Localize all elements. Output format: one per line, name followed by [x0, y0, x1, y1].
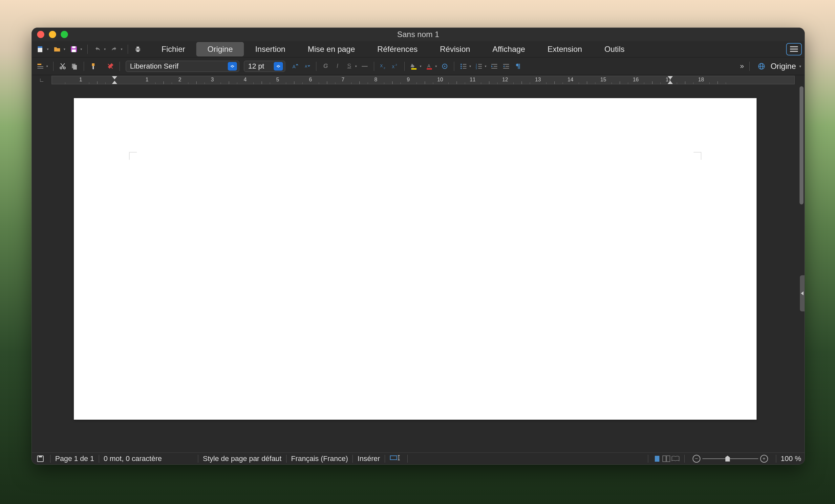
undo-icon[interactable]: [91, 43, 103, 55]
character-settings-icon[interactable]: [440, 61, 450, 71]
numbered-list-dropdown[interactable]: ▾: [485, 64, 486, 68]
italic-icon[interactable]: I: [332, 61, 343, 71]
highlight-color-dropdown[interactable]: ▾: [420, 64, 422, 68]
menu-tab-affichage[interactable]: Affichage: [481, 42, 536, 57]
menu-tab-insertion[interactable]: Insertion: [244, 42, 297, 57]
cut-icon[interactable]: [57, 61, 68, 71]
redo-dropdown[interactable]: ▾: [121, 47, 122, 51]
svg-text:A: A: [427, 63, 431, 68]
svg-rect-6: [137, 47, 139, 48]
clone-formatting-icon[interactable]: [88, 61, 99, 71]
save-status-icon[interactable]: [35, 454, 46, 464]
paragraph-style-icon[interactable]: [35, 61, 46, 71]
zoom-slider-track[interactable]: [702, 458, 758, 459]
underline-icon[interactable]: S: [344, 61, 354, 71]
open-document-dropdown[interactable]: ▾: [64, 47, 65, 51]
svg-rect-31: [463, 66, 466, 67]
menu-tab-fichier[interactable]: Fichier: [150, 42, 196, 57]
bullet-list-icon[interactable]: [458, 61, 469, 71]
toolbar-overflow-icon[interactable]: »: [740, 62, 742, 70]
svg-point-27: [444, 66, 445, 67]
hamburger-menu-icon[interactable]: [786, 43, 802, 56]
print-icon[interactable]: [132, 43, 144, 55]
insert-mode-status[interactable]: Insérer: [358, 455, 380, 463]
copy-icon[interactable]: [69, 61, 80, 71]
separator: [374, 62, 374, 71]
save-document-icon[interactable]: [68, 43, 80, 55]
window-close-button[interactable]: [37, 31, 44, 38]
document-page[interactable]: [74, 98, 757, 420]
highlight-color-icon[interactable]: [409, 61, 419, 71]
increase-font-icon[interactable]: A: [290, 61, 300, 71]
svg-rect-8: [37, 64, 41, 65]
origin-dropdown[interactable]: Origine ▾: [771, 62, 801, 71]
vertical-scrollbar-thumb[interactable]: [799, 86, 803, 205]
ruler-number: 8: [374, 77, 378, 83]
first-line-indent-marker[interactable]: [112, 76, 117, 79]
zoom-out-icon[interactable]: −: [693, 455, 700, 463]
ruler-number: 9: [407, 77, 410, 83]
page-style-status[interactable]: Style de page par défaut: [203, 455, 282, 463]
svg-text:3: 3: [475, 67, 477, 70]
window-maximize-button[interactable]: [61, 31, 68, 38]
document-scroll[interactable]: [32, 85, 798, 453]
superscript-icon[interactable]: X2: [390, 61, 401, 71]
vertical-scrollbar[interactable]: [798, 85, 805, 453]
decrease-font-icon[interactable]: A: [302, 61, 312, 71]
book-view-icon[interactable]: [671, 455, 680, 463]
ruler-number: 10: [437, 77, 443, 83]
font-size-dropdown-icon[interactable]: [274, 62, 283, 70]
font-name-select[interactable]: Liberation Serif: [126, 61, 239, 72]
bullet-list-dropdown[interactable]: ▾: [469, 64, 471, 68]
ruler-number: 4: [244, 77, 247, 83]
bold-icon[interactable]: G: [320, 61, 331, 71]
non-printing-chars-icon[interactable]: [513, 61, 523, 71]
clear-formatting-icon[interactable]: [105, 61, 116, 71]
single-page-view-icon[interactable]: [653, 455, 661, 463]
decrease-indent-icon[interactable]: [501, 61, 511, 71]
left-indent-marker[interactable]: [112, 81, 117, 84]
new-document-dropdown[interactable]: ▾: [47, 47, 48, 51]
svg-point-28: [461, 64, 462, 65]
menu-tab-origine[interactable]: Origine: [196, 42, 244, 57]
menu-tab-revision[interactable]: Révision: [429, 42, 481, 57]
menu-tab-outils[interactable]: Outils: [593, 42, 635, 57]
strikethrough-icon[interactable]: —: [360, 61, 370, 71]
separator: [128, 45, 128, 54]
sidebar-toggle-icon[interactable]: [800, 275, 805, 311]
font-size-select[interactable]: 12 pt: [244, 61, 285, 72]
window-minimize-button[interactable]: [49, 31, 56, 38]
selection-mode-status[interactable]: [390, 455, 403, 463]
horizontal-ruler[interactable]: 1123456789101112131415161718: [52, 76, 795, 84]
menu-tab-references[interactable]: Références: [366, 42, 429, 57]
subscript-icon[interactable]: X2: [378, 61, 389, 71]
font-color-icon[interactable]: A: [424, 61, 434, 71]
save-document-dropdown[interactable]: ▾: [80, 47, 82, 51]
ruler-number: 11: [470, 77, 475, 83]
paragraph-style-dropdown[interactable]: ▾: [46, 64, 48, 68]
svg-rect-9: [37, 66, 43, 67]
new-document-icon[interactable]: [35, 43, 46, 55]
ruler-number: 12: [502, 77, 508, 83]
separator: [87, 45, 88, 54]
word-count-status[interactable]: 0 mot, 0 caractère: [104, 455, 162, 463]
menu-bar: ▾ ▾ ▾ ▾ ▾ Fichier Origin: [32, 41, 805, 58]
page-count-status[interactable]: Page 1 de 1: [55, 455, 94, 463]
language-status[interactable]: Français (France): [291, 455, 348, 463]
redo-icon[interactable]: [108, 43, 120, 55]
font-color-dropdown[interactable]: ▾: [435, 64, 437, 68]
menu-tab-extension[interactable]: Extension: [536, 42, 593, 57]
separator: [84, 62, 84, 71]
menu-tab-mise-en-page[interactable]: Mise en page: [297, 42, 366, 57]
globe-icon[interactable]: [756, 61, 767, 71]
underline-dropdown[interactable]: ▾: [355, 64, 357, 68]
multi-page-view-icon[interactable]: [662, 455, 671, 463]
undo-dropdown[interactable]: ▾: [104, 47, 106, 51]
increase-indent-icon[interactable]: [489, 61, 500, 71]
open-document-icon[interactable]: [51, 43, 63, 55]
zoom-slider-thumb[interactable]: [726, 456, 730, 462]
font-name-dropdown-icon[interactable]: [228, 62, 237, 70]
numbered-list-icon[interactable]: 123: [474, 61, 484, 71]
zoom-in-icon[interactable]: +: [760, 455, 768, 463]
zoom-percent[interactable]: 100 %: [781, 455, 801, 463]
